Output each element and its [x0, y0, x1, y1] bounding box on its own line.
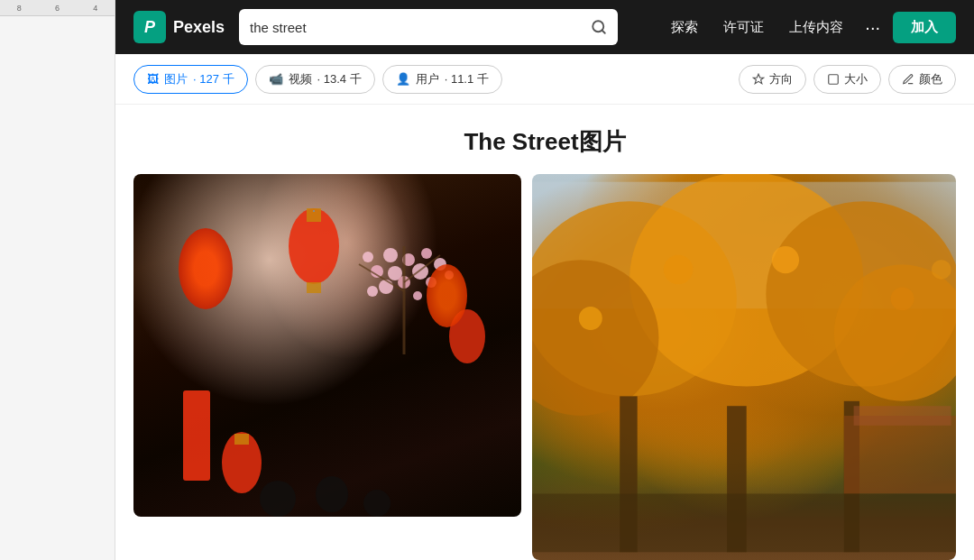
direction-icon: [752, 73, 765, 86]
color-filter[interactable]: 颜色: [888, 65, 956, 94]
photo-japan-street[interactable]: [133, 174, 521, 517]
svg-rect-5: [307, 282, 321, 293]
search-input[interactable]: [250, 20, 583, 35]
size-label: 大小: [844, 71, 868, 87]
svg-point-43: [579, 307, 602, 330]
svg-point-45: [772, 246, 799, 273]
color-icon: [902, 73, 914, 86]
svg-rect-42: [532, 493, 956, 552]
svg-point-21: [445, 271, 454, 280]
page-title: The Street图片: [115, 105, 974, 174]
size-icon: [827, 73, 840, 86]
blossom-overlay: [133, 174, 521, 517]
videos-icon: 📹: [269, 72, 283, 86]
users-icon: 👤: [396, 72, 410, 86]
svg-rect-37: [620, 396, 637, 552]
svg-point-23: [413, 291, 422, 300]
tab-videos[interactable]: 📹 视频 · 13.4 千: [255, 65, 375, 94]
tab-images[interactable]: 🖼 图片 · 127 千: [133, 65, 248, 94]
svg-point-14: [379, 280, 393, 294]
svg-line-26: [404, 255, 440, 282]
svg-rect-39: [844, 401, 859, 552]
svg-point-33: [629, 174, 863, 387]
svg-rect-41: [854, 406, 951, 426]
navbar: P Pexels 探索 许可证 上传内容 ··· 加入: [115, 0, 974, 54]
svg-point-29: [316, 476, 348, 512]
nav-more-button[interactable]: ···: [859, 12, 886, 43]
svg-point-15: [371, 265, 383, 278]
direction-filter[interactable]: 方向: [739, 65, 806, 94]
svg-point-3: [289, 208, 339, 284]
tab-videos-label: 视频: [289, 71, 312, 87]
svg-rect-31: [532, 182, 956, 308]
direction-label: 方向: [769, 71, 793, 87]
svg-point-19: [421, 248, 432, 259]
photo-column-right: [532, 174, 956, 560]
tab-users[interactable]: 👤 用户 · 11.1 千: [382, 65, 502, 94]
svg-point-7: [222, 432, 262, 493]
svg-point-35: [532, 260, 658, 416]
svg-point-11: [402, 253, 415, 266]
svg-point-47: [932, 260, 951, 280]
svg-rect-2: [829, 74, 839, 84]
size-filter[interactable]: 大小: [813, 65, 881, 94]
ruler-body: [0, 16, 115, 560]
svg-point-18: [434, 258, 446, 271]
search-bar[interactable]: [239, 9, 618, 45]
main-content: P Pexels 探索 许可证 上传内容 ··· 加入 🖼 图片 ·: [115, 0, 974, 560]
svg-rect-40: [844, 416, 956, 493]
svg-point-10: [388, 266, 402, 280]
svg-rect-4: [307, 208, 321, 222]
ruler-sidebar: 8 6 4: [0, 0, 115, 560]
ruler-marks: 8 6 4: [0, 0, 115, 16]
svg-point-34: [766, 201, 956, 386]
svg-rect-9: [183, 390, 210, 481]
tab-images-count: · 127 千: [193, 71, 234, 87]
nav-links: 探索 许可证 上传内容 ··· 加入: [662, 12, 956, 43]
images-icon: 🖼: [147, 72, 159, 86]
svg-rect-8: [234, 434, 249, 445]
pexels-logo-text: Pexels: [173, 18, 225, 37]
tab-users-label: 用户: [416, 71, 439, 87]
autumn-overlay: [532, 174, 956, 560]
svg-point-44: [664, 255, 693, 284]
svg-point-36: [834, 265, 956, 401]
nav-upload[interactable]: 上传内容: [780, 14, 852, 41]
svg-point-46: [891, 287, 914, 310]
tab-users-count: · 11.1 千: [445, 71, 489, 87]
photo-column-left: [133, 174, 521, 560]
tab-images-label: 图片: [164, 71, 188, 87]
color-label: 颜色: [919, 71, 942, 87]
svg-line-25: [359, 264, 404, 291]
svg-point-13: [398, 276, 410, 289]
svg-point-22: [367, 286, 378, 297]
photo-autumn-trees[interactable]: [532, 174, 956, 560]
svg-rect-38: [727, 406, 747, 552]
tab-videos-count: · 13.4 千: [317, 71, 362, 87]
svg-point-17: [426, 277, 436, 288]
search-button[interactable]: [591, 19, 607, 35]
logo-area[interactable]: P Pexels: [133, 11, 225, 43]
page-body: The Street图片: [115, 105, 974, 560]
photo-grid: [115, 174, 974, 560]
join-button[interactable]: 加入: [893, 12, 956, 43]
nav-license[interactable]: 许可证: [714, 14, 773, 41]
filter-bar: 🖼 图片 · 127 千 📹 视频 · 13.4 千 👤 用户 · 11.1 千…: [115, 54, 974, 105]
svg-point-27: [449, 309, 485, 363]
svg-point-16: [383, 248, 398, 262]
nav-explore[interactable]: 探索: [662, 14, 707, 41]
pexels-logo-icon: P: [133, 11, 166, 43]
svg-line-1: [602, 30, 605, 32]
svg-point-28: [260, 481, 296, 517]
svg-point-20: [363, 252, 373, 262]
svg-point-30: [363, 490, 391, 517]
svg-point-12: [412, 263, 428, 280]
svg-point-32: [532, 201, 737, 396]
